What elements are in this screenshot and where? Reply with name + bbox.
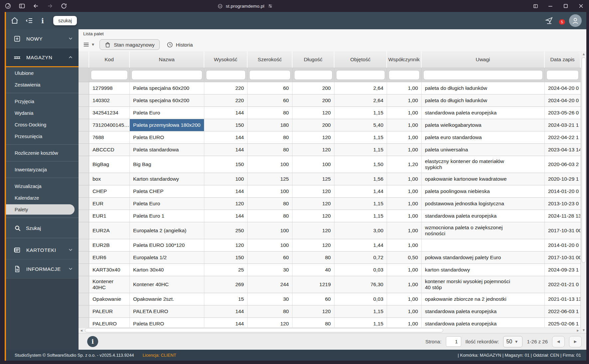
table-cell[interactable]: 1,00 — [387, 94, 422, 106]
table-cell[interactable]: 2023-05-26 0 — [545, 107, 581, 119]
hamburger-menu-icon[interactable] — [83, 41, 90, 48]
sidebar-item-wydania[interactable]: Wydania — [6, 107, 79, 119]
table-cell[interactable]: ABCCCD — [89, 144, 130, 156]
table-cell[interactable]: 1,00 — [387, 173, 422, 185]
table-cell[interactable]: 269 — [204, 276, 248, 293]
table-cell[interactable]: 150 — [204, 252, 248, 264]
vertical-scroll-thumb[interactable] — [582, 57, 586, 263]
minimize-icon[interactable] — [547, 3, 554, 9]
sidebar-item-wizualizacja[interactable]: Wizualizacja — [6, 180, 79, 192]
table-row[interactable]: KART30x40Karton 30x402530400,031,00karto… — [79, 264, 581, 276]
table-cell[interactable]: 120 — [248, 318, 293, 327]
table-cell[interactable]: paleta poolingowa niebieska — [422, 185, 545, 197]
table-cell[interactable]: paleta euro standardowa — [422, 131, 545, 143]
table-cell[interactable]: 1,00 — [387, 131, 422, 143]
table-cell[interactable]: 120 — [293, 305, 334, 317]
table-cell[interactable]: 2021-01-13 13 — [545, 293, 581, 305]
tab-split-icon[interactable] — [533, 3, 538, 9]
table-cell[interactable]: 100 — [248, 185, 293, 197]
row-handle-cell[interactable] — [79, 198, 89, 210]
table-cell[interactable]: 1,44 — [334, 185, 387, 197]
table-cell[interactable]: EUR — [89, 198, 130, 210]
sidebar-section-informacje[interactable]: INFORMACJE — [6, 260, 79, 278]
table-row[interactable]: OpakowanieOpakowanie 2szt.1530600,031,00… — [79, 293, 581, 305]
sidebar-item-zestawienia[interactable]: Zestawienia — [6, 79, 79, 91]
table-cell[interactable]: EUR2A — [89, 222, 130, 239]
table-cell[interactable]: 144 — [204, 305, 248, 317]
table-cell[interactable]: 2024-04-20 0 — [545, 82, 581, 94]
table-cell[interactable]: 30 — [248, 264, 293, 276]
row-handle-cell[interactable] — [79, 239, 89, 251]
table-cell[interactable]: PALETA EURO — [130, 305, 204, 317]
filter-input-kod[interactable] — [91, 70, 128, 80]
scroll-up-arrow[interactable]: ▲ — [581, 51, 586, 57]
table-cell[interactable]: 100 — [204, 173, 248, 185]
table-cell[interactable]: 1,00 — [387, 198, 422, 210]
table-cell[interactable]: 2,64 — [334, 94, 387, 106]
vertical-scrollbar[interactable]: ▲ ▼ — [581, 51, 586, 333]
table-cell[interactable]: 3,00 — [334, 222, 387, 239]
history-button[interactable]: Historia — [162, 39, 198, 50]
table-cell[interactable]: KART30x40 — [89, 264, 130, 276]
table-cell[interactable]: 144 — [204, 144, 248, 156]
table-cell[interactable]: 25 — [204, 264, 248, 276]
table-cell[interactable]: 144 — [204, 107, 248, 119]
table-cell[interactable]: 120 — [293, 185, 334, 197]
table-cell[interactable]: 144 — [204, 210, 248, 222]
outdent-menu-icon[interactable] — [25, 17, 33, 25]
header-cell-kod[interactable]: Kod — [89, 51, 130, 68]
table-cell[interactable]: Paleta Euro 1 — [130, 210, 204, 222]
table-row[interactable]: EURPaleta Euro120801201,151,00podstawowa… — [79, 198, 581, 210]
sidebar-item-rozliczenie-koszt-w[interactable]: Rozliczenie kosztów — [6, 147, 79, 159]
table-row[interactable]: 7688Paleta EURO144801201,151,00paleta eu… — [79, 131, 581, 144]
row-handle-cell[interactable] — [79, 94, 89, 106]
filter-input-objętość[interactable] — [336, 70, 385, 80]
table-cell[interactable]: 1,20 — [387, 156, 422, 173]
table-cell[interactable]: karton standardowy — [422, 264, 545, 276]
table-cell[interactable]: 1,56 — [334, 173, 387, 185]
table-row[interactable]: CHEPPaleta CHEP1441001201,441,00paleta p… — [79, 185, 581, 198]
row-handle-cell[interactable] — [79, 252, 89, 264]
table-cell[interactable]: 250 — [204, 222, 248, 239]
send-icon[interactable] — [545, 17, 553, 25]
table-cell[interactable]: 1,00 — [387, 276, 422, 293]
table-cell[interactable]: 2024-03-21 1 — [545, 119, 581, 131]
sidebar-item-cross-docking[interactable]: Cross-Docking — [6, 119, 79, 130]
page-input[interactable] — [446, 336, 461, 347]
row-handle-cell[interactable] — [79, 131, 89, 143]
scroll-left-arrow[interactable]: ◀ — [79, 328, 84, 333]
table-row[interactable]: EUR1Paleta Euro 1144801201,151,00standar… — [79, 210, 581, 222]
table-cell[interactable]: 1219 — [293, 276, 334, 293]
table-cell[interactable]: 0,03 — [334, 293, 387, 305]
table-cell[interactable]: Opakowanie — [89, 293, 130, 305]
table-row[interactable]: PALEUROPaleta EURO144120801,151,00standa… — [79, 318, 581, 327]
table-cell[interactable]: Europaleta 2 (angielka) — [130, 222, 204, 239]
page-settings-icon[interactable] — [268, 3, 273, 9]
table-cell[interactable]: 342541234 — [89, 107, 130, 119]
table-row[interactable]: PALEURPALETA EURO144801201,151,00standar… — [79, 305, 581, 318]
filter-input-data-zapis[interactable] — [546, 70, 579, 80]
table-cell[interactable]: 2020-10-29 1 — [545, 173, 581, 185]
horizontal-scrollbar[interactable]: ◀ ▶ — [79, 327, 581, 333]
table-cell[interactable]: 60 — [293, 293, 334, 305]
table-cell[interactable]: kontener morski wysokiej pojemności 40 s… — [422, 276, 545, 293]
table-cell[interactable]: Europaleta 1/2 — [130, 252, 204, 264]
table-cell[interactable]: 120 — [293, 198, 334, 210]
table-cell[interactable]: Paleta EURO — [130, 131, 204, 143]
table-cell[interactable]: 1,00 — [387, 144, 422, 156]
table-cell[interactable]: 76,30 — [334, 276, 387, 293]
table-cell[interactable]: 144 — [204, 131, 248, 143]
sidebar-search[interactable]: Szukaj — [6, 220, 79, 236]
table-cell[interactable]: 1,00 — [387, 119, 422, 131]
table-cell[interactable]: 200 — [293, 119, 334, 131]
table-cell[interactable]: standardowa paleta europejska — [422, 305, 545, 317]
table-cell[interactable]: BigBag — [89, 156, 130, 173]
row-handle-cell[interactable] — [79, 82, 89, 94]
info-circle-button[interactable]: i — [87, 336, 98, 347]
menu-caret-icon[interactable]: ▼ — [92, 43, 94, 46]
table-row[interactable]: Kontener 40HCKontener 40HC269244121976,3… — [79, 276, 581, 293]
sidebar-section-magazyn[interactable]: MAGAZYN — [6, 48, 79, 67]
header-cell-szerokość[interactable]: Szerokość — [248, 51, 293, 68]
table-cell[interactable]: Paleta specjalna 60x200 — [130, 82, 204, 94]
horizontal-scroll-track[interactable] — [84, 328, 575, 333]
